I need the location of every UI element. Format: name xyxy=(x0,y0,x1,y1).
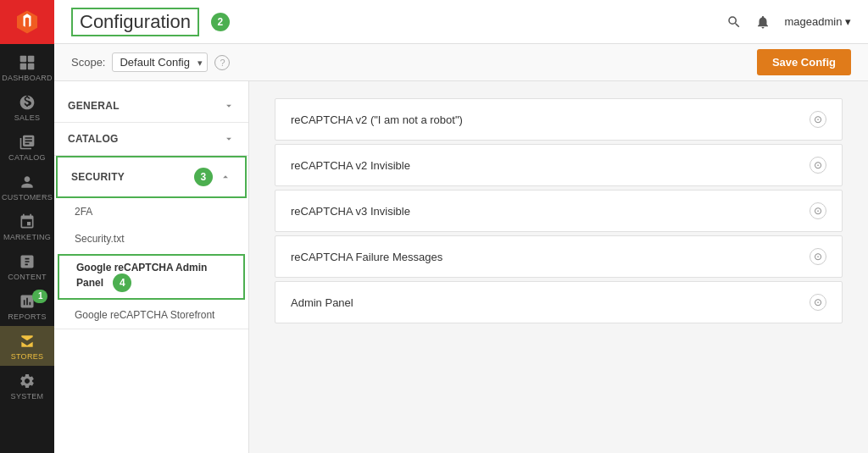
scope-left: Scope: Default Config ? xyxy=(71,52,230,72)
right-panel: reCAPTCHA v2 ("I am not a robot") ⊙ reCA… xyxy=(249,81,868,453)
config-row-label: reCAPTCHA v2 ("I am not a robot") xyxy=(291,113,463,126)
sidebar-item-system[interactable]: SYSTEM xyxy=(0,366,54,406)
sidebar-item-stores[interactable]: STORES xyxy=(0,326,54,366)
step-badge-3: 3 xyxy=(194,168,213,186)
scope-select-wrap: Default Config xyxy=(112,52,208,72)
main-content: Configuration 2 mageadmin ▾ Scope: Defau… xyxy=(54,0,868,453)
expand-icon: ⊙ xyxy=(810,202,826,219)
subitem-2fa[interactable]: 2FA xyxy=(54,198,248,225)
sidebar-item-label: CUSTOMERS xyxy=(2,193,53,202)
sidebar-item-label: SALES xyxy=(14,113,41,122)
section-general: GENERAL xyxy=(54,90,248,123)
config-row-label: reCAPTCHA v2 Invisible xyxy=(291,159,410,172)
config-row-admin-panel[interactable]: Admin Panel ⊙ xyxy=(275,281,843,323)
section-catalog-label: CATALOG xyxy=(68,133,119,145)
expand-icon: ⊙ xyxy=(810,294,826,311)
sidebar-item-label: SYSTEM xyxy=(11,392,44,401)
config-row-recaptcha-v2[interactable]: reCAPTCHA v2 ("I am not a robot") ⊙ xyxy=(275,98,843,141)
save-config-button[interactable]: Save Config xyxy=(757,49,851,75)
section-security-header[interactable]: SECURITY 3 xyxy=(56,156,247,198)
config-row-recaptcha-failure[interactable]: reCAPTCHA Failure Messages ⊙ xyxy=(275,235,843,278)
sidebar-item-dashboard[interactable]: DASHBOARD xyxy=(0,47,54,87)
svg-rect-2 xyxy=(20,64,27,70)
subitem-google-recaptcha-storefront-label: Google reCAPTCHA Storefront xyxy=(75,309,214,321)
subitem-2fa-label: 2FA xyxy=(75,206,92,218)
topbar: Configuration 2 mageadmin ▾ xyxy=(54,0,868,44)
chevron-down-icon xyxy=(223,133,235,145)
topbar-right: mageadmin ▾ xyxy=(726,14,851,30)
content-area: GENERAL CATALOG SECURITY 3 xyxy=(54,81,868,453)
config-row-label: Admin Panel xyxy=(291,296,353,309)
notifications-icon[interactable] xyxy=(755,14,771,30)
scope-bar: Scope: Default Config ? Save Config xyxy=(54,44,868,81)
svg-rect-0 xyxy=(20,56,27,63)
section-security: SECURITY 3 2FA Security.txt Google reCAP… xyxy=(54,156,248,329)
scope-select[interactable]: Default Config xyxy=(112,52,208,72)
title-area: Configuration 2 xyxy=(71,8,230,36)
config-row-label: reCAPTCHA v3 Invisible xyxy=(291,205,410,218)
section-catalog-header[interactable]: CATALOG xyxy=(54,123,248,155)
page-title: Configuration xyxy=(71,8,199,36)
subitem-google-recaptcha-admin[interactable]: Google reCAPTCHA Admin Panel 4 xyxy=(58,254,245,300)
chevron-up-icon xyxy=(220,171,231,183)
subitem-security-txt[interactable]: Security.txt xyxy=(54,225,248,252)
section-security-label: SECURITY xyxy=(71,171,125,183)
sidebar-item-label: CONTENT xyxy=(8,273,47,281)
magento-logo xyxy=(0,0,54,44)
sidebar-item-label: DASHBOARD xyxy=(2,74,53,82)
sidebar-item-label: MARKETING xyxy=(3,233,51,241)
subitem-security-txt-label: Security.txt xyxy=(75,233,124,245)
step-badge-2: 2 xyxy=(211,13,230,31)
admin-user-label[interactable]: mageadmin ▾ xyxy=(784,15,851,28)
search-icon[interactable] xyxy=(726,14,742,30)
sidebar-item-reports[interactable]: REPORTS 1 xyxy=(0,286,54,326)
sidebar-item-content[interactable]: CONTENT xyxy=(0,246,54,286)
sidebar-item-marketing[interactable]: MARKETING xyxy=(0,207,54,246)
sidebar: DASHBOARD SALES CATALOG CUSTOMERS MARKET… xyxy=(0,0,54,453)
sidebar-item-sales[interactable]: SALES xyxy=(0,87,54,127)
sidebar-item-label: CATALOG xyxy=(8,153,46,162)
subitem-google-recaptcha-storefront[interactable]: Google reCAPTCHA Storefront xyxy=(54,301,248,329)
step-badge-4: 4 xyxy=(113,273,131,292)
config-row-recaptcha-v3-invisible[interactable]: reCAPTCHA v3 Invisible ⊙ xyxy=(275,190,843,232)
svg-rect-1 xyxy=(28,56,35,63)
scope-label: Scope: xyxy=(71,56,105,69)
section-catalog: CATALOG xyxy=(54,123,248,156)
expand-icon: ⊙ xyxy=(810,111,826,128)
sidebar-item-label: STORES xyxy=(11,352,44,361)
expand-icon: ⊙ xyxy=(810,157,826,174)
help-icon[interactable]: ? xyxy=(214,55,230,70)
sidebar-item-catalog[interactable]: CATALOG xyxy=(0,127,54,167)
config-row-label: reCAPTCHA Failure Messages xyxy=(291,251,442,263)
sidebar-item-label: REPORTS xyxy=(8,312,46,321)
subitem-google-recaptcha-admin-label: Google reCAPTCHA Admin Panel xyxy=(76,262,207,289)
svg-rect-3 xyxy=(28,64,35,70)
section-general-header[interactable]: GENERAL xyxy=(54,90,248,122)
left-panel: GENERAL CATALOG SECURITY 3 xyxy=(54,81,249,453)
section-general-label: GENERAL xyxy=(68,100,120,112)
badge-1: 1 xyxy=(32,290,46,303)
expand-icon: ⊙ xyxy=(810,248,826,265)
sidebar-item-customers[interactable]: CUSTOMERS xyxy=(0,167,54,207)
chevron-down-icon xyxy=(223,100,235,112)
config-row-recaptcha-v2-invisible[interactable]: reCAPTCHA v2 Invisible ⊙ xyxy=(275,144,843,186)
